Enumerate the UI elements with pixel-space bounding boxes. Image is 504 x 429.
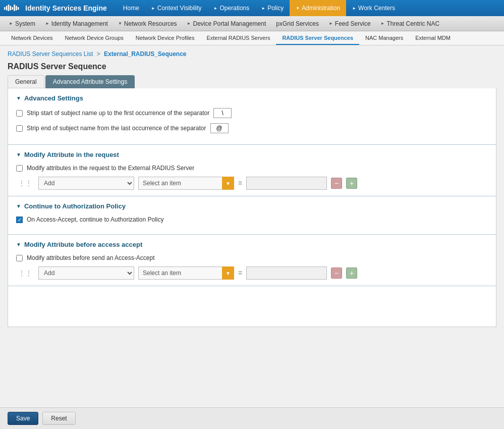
strip-end-label: Strip end of subject name from the last … bbox=[27, 125, 206, 132]
continue-policy-collapse-icon: ▼ bbox=[16, 203, 21, 209]
nav-devportal-label: Device Portal Management bbox=[193, 20, 266, 27]
nav-ops-arrow: ► bbox=[214, 6, 218, 11]
modify-request-item-select[interactable]: Select an item bbox=[138, 177, 234, 190]
nav-feed-arrow: ► bbox=[329, 21, 333, 26]
modify-before-accept-minus-button[interactable]: − bbox=[331, 267, 342, 279]
nav-wc-label: Work Centers bbox=[358, 5, 395, 12]
nav-identity-mgmt[interactable]: ► Identity Management bbox=[40, 16, 113, 31]
main-content-panel: ▼ Advanced Settings Strip start of subje… bbox=[8, 88, 496, 327]
modify-request-select-wrapper: Select an item ▼ bbox=[138, 177, 234, 190]
strip-start-checkbox[interactable] bbox=[16, 110, 23, 117]
modify-request-add-select[interactable]: Add bbox=[38, 177, 134, 190]
nav-policy-arrow: ► bbox=[261, 6, 265, 11]
modify-request-minus-button[interactable]: − bbox=[331, 178, 342, 189]
continue-policy-header[interactable]: ▼ Continue to Authorization Policy bbox=[16, 202, 488, 210]
nav-pxgrid[interactable]: pxGrid Services bbox=[271, 16, 324, 31]
nav-policy[interactable]: ► Policy bbox=[255, 0, 290, 16]
modify-before-accept-add-row: ⋮⋮ Add Select an item ▼ = − + bbox=[16, 266, 488, 280]
modify-before-accept-collapse-icon: ▼ bbox=[16, 242, 21, 247]
tab-radius-server-sequences[interactable]: RADIUS Server Sequences bbox=[276, 32, 359, 45]
strip-end-checkbox[interactable] bbox=[16, 125, 23, 132]
nav-admin-arrow: ▼ bbox=[296, 6, 300, 11]
nav-feed-service[interactable]: ► Feed Service bbox=[324, 16, 376, 31]
modify-before-accept-value-input[interactable] bbox=[246, 266, 327, 280]
nav-cv-arrow: ► bbox=[151, 6, 155, 11]
nav-device-portal[interactable]: ► Device Portal Management bbox=[182, 16, 271, 31]
advanced-settings-section: ▼ Advanced Settings Strip start of subje… bbox=[8, 88, 496, 145]
svg-rect-7 bbox=[18, 7, 19, 10]
nav-system[interactable]: ► System bbox=[4, 16, 40, 31]
svg-rect-2 bbox=[8, 5, 10, 11]
cisco-logo bbox=[4, 3, 20, 13]
modify-before-accept-title: Modify Attribute before access accept bbox=[24, 241, 142, 248]
advanced-settings-header[interactable]: ▼ Advanced Settings bbox=[16, 94, 488, 102]
tab-nac-managers[interactable]: NAC Managers bbox=[359, 32, 409, 45]
second-nav-bar: ► System ► Identity Management ▼ Network… bbox=[0, 16, 504, 31]
modify-before-accept-checkbox[interactable] bbox=[16, 255, 23, 261]
nav-threat-arrow: ► bbox=[381, 21, 385, 26]
nav-home[interactable]: Home bbox=[117, 0, 145, 16]
sub-tab-general[interactable]: General bbox=[8, 75, 44, 88]
nav-work-centers[interactable]: ► Work Centers bbox=[346, 0, 401, 16]
content-area: RADIUS Server Sequences List > External_… bbox=[0, 45, 504, 352]
nav-idmgmt-arrow: ► bbox=[45, 21, 49, 26]
nav-operations[interactable]: ► Operations bbox=[208, 0, 256, 16]
tab-network-device-profiles[interactable]: Network Device Profiles bbox=[130, 32, 201, 45]
tab-external-radius-servers[interactable]: External RADIUS Servers bbox=[200, 32, 276, 45]
svg-rect-4 bbox=[12, 7, 13, 10]
advanced-settings-title: Advanced Settings bbox=[24, 94, 83, 102]
modify-request-equals: = bbox=[238, 179, 242, 187]
strip-end-row: Strip end of subject name from the last … bbox=[16, 123, 488, 133]
modify-request-title: Modify Attribute in the request bbox=[24, 151, 119, 158]
sub-tabs: General Advanced Attribute Settings bbox=[0, 75, 504, 88]
continue-policy-title: Continue to Authorization Policy bbox=[24, 202, 126, 210]
svg-rect-5 bbox=[14, 5, 15, 11]
breadcrumb-list-link[interactable]: RADIUS Server Sequences List bbox=[8, 50, 95, 58]
page-title: RADIUS Server Sequence bbox=[0, 60, 504, 75]
continue-policy-checkbox[interactable]: ✓ bbox=[16, 217, 23, 223]
continue-policy-checkbox-row: ✓ On Access-Accept, continue to Authoriz… bbox=[16, 216, 488, 223]
modify-before-accept-select-wrapper: Select an item ▼ bbox=[138, 266, 234, 280]
tab-network-device-groups[interactable]: Network Device Groups bbox=[59, 32, 130, 45]
nav-threat-label: Threat Centric NAC bbox=[386, 20, 439, 27]
strip-end-input[interactable] bbox=[210, 123, 229, 133]
modify-request-header[interactable]: ▼ Modify Attribute in the request bbox=[16, 151, 488, 158]
tab-external-mdm[interactable]: External MDM bbox=[409, 32, 457, 45]
nav-system-arrow: ► bbox=[9, 21, 13, 26]
modify-before-accept-equals: = bbox=[238, 269, 242, 277]
nav-network-resources[interactable]: ▼ Network Resources bbox=[113, 16, 182, 31]
modify-request-label: Modify attributes in the request to the … bbox=[27, 165, 194, 172]
strip-start-row: Strip start of subject name up to the fi… bbox=[16, 108, 488, 118]
modify-request-value-input[interactable] bbox=[246, 177, 327, 190]
nav-administration[interactable]: ▼ Administration bbox=[290, 0, 346, 16]
nav-ops-label: Operations bbox=[220, 5, 250, 12]
sub-tab-advanced-attribute-settings[interactable]: Advanced Attribute Settings bbox=[45, 75, 135, 88]
modify-before-accept-add-select[interactable]: Add bbox=[38, 266, 134, 280]
nav-netres-arrow: ▼ bbox=[118, 21, 122, 26]
nav-devportal-arrow: ► bbox=[187, 21, 191, 26]
nav-feed-label: Feed Service bbox=[335, 20, 371, 27]
nav-policy-label: Policy bbox=[267, 5, 284, 12]
tab-bar: Network Devices Network Device Groups Ne… bbox=[0, 31, 504, 45]
modify-before-accept-checkbox-row: Modify attributes before send an Access-… bbox=[16, 254, 488, 261]
modify-request-checkbox[interactable] bbox=[16, 165, 23, 172]
strip-start-input[interactable] bbox=[213, 108, 232, 118]
strip-start-label: Strip start of subject name up to the fi… bbox=[27, 110, 209, 117]
advanced-settings-collapse-icon: ▼ bbox=[16, 95, 21, 101]
app-title: Identity Services Engine bbox=[25, 4, 107, 12]
nav-threat-centric[interactable]: ► Threat Centric NAC bbox=[376, 16, 445, 31]
modify-before-accept-item-select[interactable]: Select an item bbox=[138, 266, 234, 280]
modify-request-plus-button[interactable]: + bbox=[346, 178, 357, 189]
modify-request-checkbox-row: Modify attributes in the request to the … bbox=[16, 165, 488, 172]
nav-context-visibility[interactable]: ► Context Visibility bbox=[145, 0, 208, 16]
svg-rect-6 bbox=[16, 6, 17, 11]
empty-area bbox=[8, 286, 496, 327]
nav-home-label: Home bbox=[123, 5, 139, 12]
modify-before-accept-plus-button[interactable]: + bbox=[346, 267, 357, 279]
modify-before-accept-header[interactable]: ▼ Modify Attribute before access accept bbox=[16, 241, 488, 248]
tab-network-devices[interactable]: Network Devices bbox=[5, 32, 59, 45]
breadcrumb: RADIUS Server Sequences List > External_… bbox=[0, 45, 504, 60]
nav-pxgrid-label: pxGrid Services bbox=[276, 20, 319, 27]
nav-wc-arrow: ► bbox=[352, 6, 356, 11]
modify-request-collapse-icon: ▼ bbox=[16, 152, 21, 157]
